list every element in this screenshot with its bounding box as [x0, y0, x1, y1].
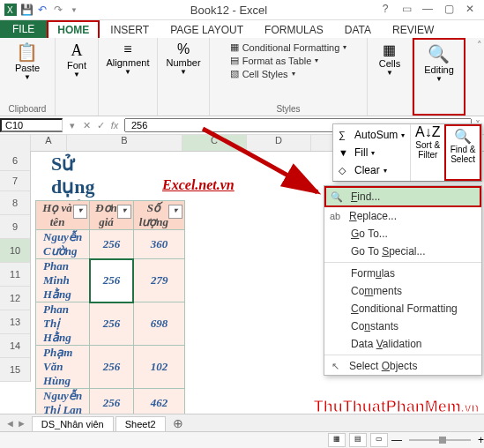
- cell-price[interactable]: 256: [90, 230, 134, 259]
- prev-sheet-icon[interactable]: ◄: [5, 418, 15, 429]
- row-header-14[interactable]: 14: [0, 334, 31, 358]
- tab-file[interactable]: FILE: [0, 20, 47, 38]
- table-row[interactable]: Phạm Văn Hùng256102: [36, 346, 185, 389]
- chevron-down-icon[interactable]: ▾: [383, 167, 387, 175]
- cell-styles-button[interactable]: ▧ Cell Styles ▾: [230, 68, 347, 79]
- row-header-13[interactable]: 13: [0, 310, 31, 334]
- zoom-thumb[interactable]: [439, 437, 446, 444]
- menu-replace[interactable]: ab Replace...: [324, 207, 481, 225]
- chevron-down-icon[interactable]: ▼: [124, 68, 131, 76]
- th-price[interactable]: Đơn giá ▾: [90, 201, 134, 230]
- col-header-D[interactable]: D: [247, 135, 311, 151]
- help-icon[interactable]: ?: [376, 3, 394, 17]
- view-page-break-icon[interactable]: ▭: [370, 433, 388, 447]
- name-box[interactable]: [0, 118, 63, 132]
- font-button[interactable]: A Font ▼: [65, 40, 88, 80]
- restore-icon[interactable]: ▢: [440, 3, 458, 17]
- cell-qty[interactable]: 698: [133, 302, 184, 346]
- row-header-6[interactable]: 6: [0, 151, 31, 171]
- format-as-table-button[interactable]: ▤ Format as Table ▾: [230, 55, 347, 66]
- row-header-11[interactable]: 11: [0, 263, 31, 287]
- table-row[interactable]: Phan Minh Hằng256279: [36, 259, 185, 302]
- row-header-9[interactable]: 9: [0, 215, 31, 239]
- cancel-icon[interactable]: ✕: [80, 120, 93, 131]
- view-page-layout-icon[interactable]: ▤: [349, 433, 367, 447]
- new-sheet-button[interactable]: ⊕: [168, 416, 189, 430]
- cell-price[interactable]: 256: [90, 346, 134, 389]
- tab-formulas[interactable]: FORMULAS: [254, 22, 334, 38]
- chevron-down-icon[interactable]: ▼: [180, 68, 187, 76]
- cells-button[interactable]: ▦ Cells ▼: [377, 40, 402, 78]
- th-qty[interactable]: Số lượng ▾: [133, 201, 184, 230]
- menu-data-validation[interactable]: Data Validation: [324, 335, 481, 353]
- tab-review[interactable]: REVIEW: [382, 22, 444, 38]
- zoom-slider[interactable]: [409, 439, 471, 441]
- chevron-down-icon[interactable]: ▾: [66, 120, 78, 131]
- undo-icon[interactable]: ↶: [35, 3, 49, 17]
- cell-qty[interactable]: 279: [133, 259, 184, 302]
- menu-goto[interactable]: Go To...: [324, 225, 481, 243]
- chevron-down-icon[interactable]: ▼: [24, 73, 31, 81]
- cell-name[interactable]: Phan Minh Hằng: [36, 259, 90, 302]
- tab-home[interactable]: HOME: [47, 20, 100, 38]
- redo-icon[interactable]: ↷: [51, 3, 65, 17]
- chevron-down-icon[interactable]: ▼: [73, 71, 80, 78]
- tab-page-layout[interactable]: PAGE LAYOUT: [160, 22, 254, 38]
- fx-icon[interactable]: fx: [108, 120, 121, 131]
- conditional-formatting-button[interactable]: ▦ Conditional Formatting ▾: [230, 41, 347, 53]
- menu-constants[interactable]: Constants: [324, 317, 481, 335]
- chevron-down-icon[interactable]: ▾: [292, 70, 295, 78]
- sheet-tab-1[interactable]: DS_Nhân viên: [32, 416, 114, 431]
- chevron-down-icon[interactable]: ▾: [315, 56, 318, 64]
- sheet-tab-2[interactable]: Sheet2: [115, 416, 166, 431]
- chevron-down-icon[interactable]: ▼: [436, 75, 443, 83]
- menu-goto-special[interactable]: Go To Special...: [324, 243, 481, 260]
- cell-name[interactable]: Phạm Văn Hùng: [36, 346, 90, 389]
- cell-qty[interactable]: 102: [133, 346, 184, 389]
- enter-icon[interactable]: ✓: [94, 120, 107, 131]
- select-all-corner[interactable]: [0, 135, 31, 151]
- cell-qty[interactable]: 360: [133, 230, 184, 259]
- filter-icon[interactable]: ▾: [168, 205, 182, 219]
- menu-comments[interactable]: Comments: [324, 282, 481, 300]
- table-row[interactable]: Phan Thị Hằng256698: [36, 302, 185, 346]
- menu-formulas[interactable]: Formulas: [324, 265, 481, 282]
- col-header-B[interactable]: B: [67, 135, 182, 151]
- filter-icon[interactable]: ▾: [117, 205, 131, 219]
- row-header-7[interactable]: 7: [0, 171, 31, 191]
- minimize-icon[interactable]: —: [419, 3, 436, 17]
- chevron-down-icon[interactable]: ▾: [343, 43, 346, 51]
- chevron-down-icon[interactable]: ▼: [386, 69, 393, 77]
- col-header-C[interactable]: C: [182, 135, 247, 151]
- next-sheet-icon[interactable]: ►: [17, 418, 26, 429]
- ribbon-options-icon[interactable]: ▭: [398, 3, 415, 17]
- editing-button[interactable]: 🔍 Editing ▼: [422, 41, 456, 85]
- number-button[interactable]: % Number ▼: [164, 40, 202, 78]
- save-icon[interactable]: 💾: [19, 3, 34, 17]
- close-icon[interactable]: ✕: [461, 3, 479, 17]
- find-select-button[interactable]: 🔍 Find & Select: [444, 124, 481, 181]
- cell-price[interactable]: 256: [90, 302, 134, 346]
- menu-select-objects[interactable]: ↖ Select Objects: [324, 357, 481, 375]
- col-header-A[interactable]: A: [31, 135, 67, 151]
- autosum-button[interactable]: ∑ AutoSum ▾: [339, 126, 405, 144]
- zoom-in-icon[interactable]: +: [478, 434, 484, 446]
- th-name[interactable]: Họ và tên ▾: [36, 201, 90, 230]
- menu-cond-fmt[interactable]: Conditional Formatting: [324, 300, 481, 317]
- fill-button[interactable]: ▼ Fill ▾: [339, 144, 405, 161]
- sort-filter-button[interactable]: A↓Z Sort & Filter: [411, 124, 444, 181]
- alignment-button[interactable]: ≡ Alignment ▼: [105, 40, 152, 78]
- chevron-down-icon[interactable]: ▾: [401, 131, 405, 139]
- cell-price[interactable]: 256: [90, 259, 134, 302]
- chevron-down-icon[interactable]: ▾: [371, 149, 375, 157]
- row-header-10[interactable]: 10: [0, 239, 31, 263]
- zoom-out-icon[interactable]: —: [391, 434, 402, 446]
- table-row[interactable]: Nguyễn Cường256360: [36, 230, 185, 259]
- row-header-12[interactable]: 12: [0, 287, 31, 310]
- cell-name[interactable]: Nguyễn Cường: [36, 230, 90, 259]
- qat-customize[interactable]: ▼: [67, 3, 81, 17]
- row-header-8[interactable]: 8: [0, 191, 31, 215]
- clear-button[interactable]: ◇ Clear ▾: [339, 161, 405, 179]
- view-normal-icon[interactable]: ▦: [328, 433, 346, 447]
- row-header-15[interactable]: 15: [0, 358, 31, 382]
